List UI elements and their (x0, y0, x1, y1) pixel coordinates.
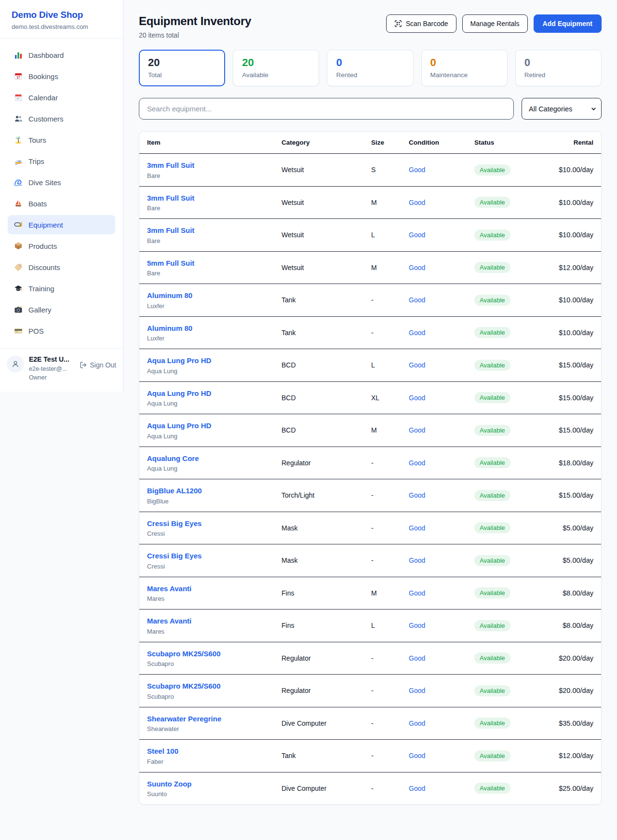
category-cell: Fins (282, 622, 371, 629)
category-cell: Dive Computer (282, 785, 371, 792)
rental-price: $10.00/day (551, 231, 593, 239)
condition-link[interactable]: Good (409, 524, 425, 532)
table-row: Mares Avanti Mares Fins M Good Available… (139, 577, 601, 610)
item-cell: Cressi Big Eyes Cressi (147, 551, 282, 570)
sign-out-button[interactable]: Sign Out (80, 361, 116, 369)
scan-barcode-button[interactable]: Scan Barcode (386, 14, 456, 33)
condition-link[interactable]: Good (409, 589, 425, 597)
status-badge: Available (474, 425, 510, 436)
category-cell: BCD (282, 394, 371, 402)
customers-icon (13, 114, 23, 123)
item-name-link[interactable]: Aluminum 80 (147, 291, 282, 300)
item-name-link[interactable]: Scubapro MK25/S600 (147, 649, 282, 659)
condition-link[interactable]: Good (409, 264, 425, 271)
equipment-table: Item Category Size Condition Status Rent… (139, 131, 602, 805)
sidebar-item[interactable]: Dashboard (8, 45, 115, 65)
stat-card[interactable]: 20 Available (233, 50, 319, 86)
item-name-link[interactable]: Aluminum 80 (147, 324, 282, 333)
sidebar-item[interactable]: Calendar (8, 88, 115, 107)
sidebar-item[interactable]: Training (8, 279, 115, 298)
condition-link[interactable]: Good (409, 785, 425, 792)
condition-link[interactable]: Good (409, 654, 425, 662)
condition-link[interactable]: Good (409, 687, 425, 694)
item-name-link[interactable]: Scubapro MK25/S600 (147, 681, 282, 691)
item-brand: BigBlue (147, 498, 282, 505)
stat-card[interactable]: 0 Retired (515, 50, 602, 86)
sidebar-item[interactable]: Boats (8, 194, 115, 213)
category-select[interactable]: All Categories (522, 98, 602, 120)
item-name-link[interactable]: 3mm Full Suit (147, 161, 282, 170)
condition-link[interactable]: Good (409, 752, 425, 759)
item-brand: Faber (147, 758, 282, 765)
training-icon (13, 284, 23, 293)
item-name-link[interactable]: Aqua Lung Pro HD (147, 421, 282, 431)
sidebar-item[interactable]: Discounts (8, 257, 115, 277)
status-badge: Available (474, 652, 510, 664)
search-input[interactable] (139, 98, 514, 120)
app-logo[interactable]: Demo Dive Shop (12, 10, 111, 20)
category-cell: BCD (282, 361, 371, 369)
sidebar-item[interactable]: Products (8, 236, 115, 256)
condition-link[interactable]: Good (409, 459, 425, 467)
sidebar-item-label: Discounts (28, 263, 60, 271)
size-cell: L (371, 622, 409, 629)
svg-text:17: 17 (16, 76, 20, 79)
sidebar-item[interactable]: Equipment (8, 215, 115, 234)
item-name-link[interactable]: Aqua Lung Pro HD (147, 389, 282, 398)
sidebar-nav: Dashboard 17 Bookings Calendar Customers… (0, 39, 123, 340)
condition-link[interactable]: Good (409, 361, 425, 369)
condition-link[interactable]: Good (409, 329, 425, 337)
sidebar-item[interactable]: Tours (8, 130, 115, 149)
item-name-link[interactable]: Shearwater Peregrine (147, 714, 282, 724)
item-name-link[interactable]: Aqua Lung Pro HD (147, 356, 282, 366)
sidebar-item[interactable]: Trips (8, 151, 115, 171)
item-brand: Suunto (147, 790, 282, 798)
stat-card[interactable]: 0 Rented (327, 50, 413, 86)
sidebar-item[interactable]: Gallery (8, 300, 115, 319)
condition-link[interactable]: Good (409, 719, 425, 727)
item-name-link[interactable]: Steel 100 (147, 746, 282, 756)
condition-link[interactable]: Good (409, 556, 425, 564)
add-equipment-button[interactable]: Add Equipment (534, 14, 602, 33)
item-name-link[interactable]: Cressi Big Eyes (147, 551, 282, 561)
condition-link[interactable]: Good (409, 394, 425, 402)
condition-link[interactable]: Good (409, 491, 425, 499)
size-cell: - (371, 719, 409, 727)
item-name-link[interactable]: Aqualung Core (147, 454, 282, 463)
item-cell: Cressi Big Eyes Cressi (147, 519, 282, 538)
condition-link[interactable]: Good (409, 426, 425, 434)
sidebar-item-label: Equipment (28, 221, 63, 229)
condition-link[interactable]: Good (409, 166, 425, 174)
item-name-link[interactable]: BigBlue AL1200 (147, 486, 282, 496)
table-row: 3mm Full Suit Bare Wetsuit L Good Availa… (139, 219, 601, 252)
item-name-link[interactable]: 5mm Full Suit (147, 258, 282, 268)
sidebar-item[interactable]: POS (8, 321, 115, 340)
size-cell: - (371, 491, 409, 499)
item-name-link[interactable]: Mares Avanti (147, 616, 282, 626)
condition-link[interactable]: Good (409, 296, 425, 304)
rental-price: $5.00/day (551, 524, 593, 532)
stat-card[interactable]: 0 Maintenance (421, 50, 508, 86)
condition-link[interactable]: Good (409, 199, 425, 206)
item-brand: Scubapro (147, 693, 282, 700)
status-badge: Available (474, 262, 510, 273)
item-name-link[interactable]: Suunto Zoop (147, 779, 282, 789)
condition-link[interactable]: Good (409, 622, 425, 629)
manage-rentals-button[interactable]: Manage Rentals (462, 14, 528, 33)
category-cell: Mask (282, 556, 371, 564)
stat-label: Maintenance (430, 71, 498, 79)
stat-card[interactable]: 20 Total (139, 50, 225, 86)
item-name-link[interactable]: 3mm Full Suit (147, 226, 282, 235)
sign-out-label: Sign Out (90, 361, 116, 369)
item-cell: Aqualung Core Aqua Lung (147, 454, 282, 473)
size-cell: M (371, 264, 409, 271)
rental-price: $25.00/day (551, 785, 593, 792)
condition-link[interactable]: Good (409, 231, 425, 239)
table-row: Aqua Lung Pro HD Aqua Lung BCD M Good Av… (139, 414, 601, 447)
sidebar-item[interactable]: Customers (8, 109, 115, 128)
item-name-link[interactable]: Cressi Big Eyes (147, 519, 282, 528)
item-name-link[interactable]: 3mm Full Suit (147, 193, 282, 203)
sidebar-item[interactable]: Dive Sites (8, 173, 115, 192)
item-name-link[interactable]: Mares Avanti (147, 584, 282, 594)
sidebar-item[interactable]: 17 Bookings (8, 67, 115, 86)
